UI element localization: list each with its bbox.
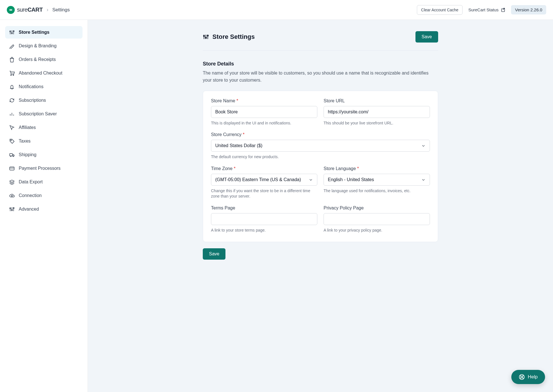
sidebar-item-label: Taxes [19, 139, 31, 144]
sidebar-item-label: Advanced [19, 207, 39, 212]
settings-sidebar: Store SettingsDesign & BrandingOrders & … [0, 20, 88, 392]
sidebar-item-label: Subscriptions [19, 98, 46, 103]
sidebar-item-label: Notifications [19, 84, 43, 89]
section-description: The name of your store will be visible t… [203, 70, 438, 84]
sidebar-item-label: Abandoned Checkout [19, 71, 62, 76]
timezone-hint: Change this if you want the store to be … [211, 188, 317, 199]
store-url-label: Store URL [324, 98, 430, 103]
sliders-icon [9, 29, 15, 35]
sidebar-item-subscription-saver[interactable]: Subscription Saver [5, 108, 83, 120]
bag-icon [9, 57, 15, 62]
sidebar-item-orders-receipts[interactable]: Orders & Receipts [5, 53, 83, 66]
privacy-field: Privacy Policy Page A link to your priva… [324, 205, 430, 233]
status-link-label: SureCart Status [468, 7, 499, 12]
sidebar-item-payment-processors[interactable]: Payment Processors [5, 162, 83, 175]
currency-select[interactable]: United States Dollar ($) [211, 140, 430, 152]
page-header: Store Settings Save [203, 31, 438, 51]
tag-icon [9, 138, 15, 144]
sidebar-item-label: Payment Processors [19, 166, 61, 171]
timezone-label: Time Zone * [211, 166, 317, 171]
store-url-input[interactable] [324, 106, 430, 118]
privacy-hint: A link to your privacy policy page. [324, 228, 430, 233]
currency-label: Store Currency * [211, 132, 430, 137]
sliders-icon [9, 206, 15, 212]
sidebar-item-label: Connection [19, 193, 42, 198]
lifebuoy-icon [519, 374, 525, 380]
timezone-value: (GMT-05:00) Eastern Time (US & Canada) [215, 177, 301, 182]
sidebar-item-label: Design & Branding [19, 43, 56, 48]
language-field: Store Language * English - United States… [324, 166, 430, 199]
chevron-down-icon [421, 177, 426, 182]
language-label: Store Language * [324, 166, 430, 171]
store-url-hint: This should be your live storefront URL. [324, 120, 430, 126]
store-details-card: Store Name * This is displayed in the UI… [203, 91, 438, 242]
language-value: English - United States [328, 177, 374, 182]
store-url-field: Store URL This should be your live store… [324, 98, 430, 126]
stack-icon [9, 179, 15, 185]
privacy-input[interactable] [324, 213, 430, 225]
timezone-select[interactable]: (GMT-05:00) Eastern Time (US & Canada) [211, 174, 317, 186]
topbar-actions: Clear Account Cache SureCart Status Vers… [417, 5, 546, 15]
section-title: Store Details [203, 61, 438, 67]
language-hint: The language used for notifications, inv… [324, 188, 430, 194]
privacy-label: Privacy Policy Page [324, 205, 430, 211]
sliders-icon [203, 34, 209, 40]
refresh-icon [9, 98, 15, 103]
sidebar-item-shipping[interactable]: Shipping [5, 149, 83, 161]
timezone-field: Time Zone * (GMT-05:00) Eastern Time (US… [211, 166, 317, 199]
status-link[interactable]: SureCart Status [468, 7, 505, 12]
cloud-icon [9, 193, 15, 198]
topbar: sureCART › Settings Clear Account Cache … [0, 0, 553, 20]
sidebar-item-taxes[interactable]: Taxes [5, 135, 83, 147]
help-button[interactable]: Help [511, 370, 545, 384]
help-label: Help [528, 374, 538, 380]
terms-hint: A link to your store terms page. [211, 228, 317, 233]
sidebar-item-store-settings[interactable]: Store Settings [5, 26, 83, 39]
store-name-field: Store Name * This is displayed in the UI… [211, 98, 317, 126]
sidebar-item-abandoned-checkout[interactable]: Abandoned Checkout [5, 67, 83, 79]
currency-field: Store Currency * United States Dollar ($… [211, 132, 430, 160]
sidebar-item-label: Store Settings [19, 30, 49, 35]
sidebar-item-label: Shipping [19, 152, 36, 157]
card-icon [9, 166, 15, 171]
sidebar-item-subscriptions[interactable]: Subscriptions [5, 94, 83, 107]
brand-logo[interactable]: sureCART [7, 6, 43, 14]
language-select[interactable]: English - United States [324, 174, 430, 186]
save-button[interactable]: Save [415, 31, 438, 43]
chevron-down-icon [421, 143, 426, 148]
store-details-section: Store Details The name of your store wil… [203, 61, 438, 260]
terms-input[interactable] [211, 213, 317, 225]
store-name-label: Store Name * [211, 98, 317, 103]
terms-label: Terms Page [211, 205, 317, 211]
clear-cache-button[interactable]: Clear Account Cache [417, 5, 463, 15]
currency-hint: The default currency for new products. [211, 154, 430, 160]
pen-icon [9, 43, 15, 49]
sidebar-item-connection[interactable]: Connection [5, 189, 83, 202]
breadcrumb-current: Settings [52, 7, 69, 13]
sidebar-item-advanced[interactable]: Advanced [5, 203, 83, 215]
bell-icon [9, 84, 15, 90]
main-content: Store Settings Save Store Details The na… [88, 20, 553, 392]
currency-value: United States Dollar ($) [215, 143, 262, 148]
truck-icon [9, 152, 15, 158]
breadcrumb-separator-icon: › [47, 7, 48, 13]
store-name-hint: This is displayed in the UI and in notif… [211, 120, 317, 126]
sidebar-item-notifications[interactable]: Notifications [5, 80, 83, 93]
save-button-bottom[interactable]: Save [203, 248, 225, 260]
sidebar-item-design-branding[interactable]: Design & Branding [5, 40, 83, 52]
sidebar-item-label: Orders & Receipts [19, 57, 56, 62]
sidebar-item-label: Subscription Saver [19, 111, 57, 116]
external-link-icon [500, 7, 505, 12]
sidebar-item-data-export[interactable]: Data Export [5, 176, 83, 188]
terms-field: Terms Page A link to your store terms pa… [211, 205, 317, 233]
cart-icon [9, 70, 15, 76]
cursor-icon [9, 125, 15, 130]
bars-icon [9, 111, 15, 117]
sidebar-item-affiliates[interactable]: Affiliates [5, 121, 83, 134]
chevron-down-icon [309, 177, 313, 182]
sidebar-item-label: Affiliates [19, 125, 36, 130]
logo-mark-icon [7, 6, 15, 14]
sidebar-item-label: Data Export [19, 179, 43, 185]
version-badge: Version 2.26.0 [511, 5, 546, 14]
store-name-input[interactable] [211, 106, 317, 118]
